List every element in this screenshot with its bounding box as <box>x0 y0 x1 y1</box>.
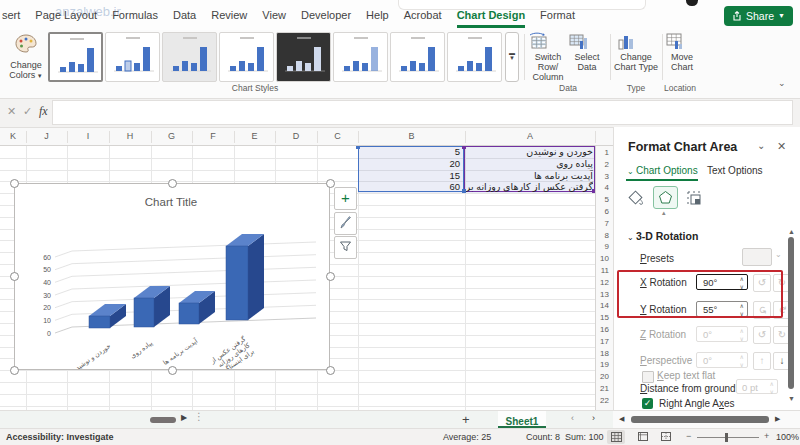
fx-icon[interactable]: fx <box>39 104 48 119</box>
chart-style-thumbnail-5[interactable] <box>276 32 331 82</box>
pane-scrollbar-down-icon[interactable]: ▼ <box>788 395 795 402</box>
gallery-more-button[interactable]: ▬▼ <box>505 32 519 82</box>
keep-text-flat-checkbox[interactable] <box>642 371 654 383</box>
row-header-11[interactable]: 11 <box>595 266 609 275</box>
chart-style-thumbnail-2[interactable] <box>105 32 160 82</box>
row-header-19[interactable]: 19 <box>595 360 609 369</box>
chart-resize-handle[interactable] <box>10 272 19 281</box>
chart-filters-button[interactable] <box>334 236 357 259</box>
collapse-ribbon-icon[interactable]: ⌄ <box>778 78 786 88</box>
cell-A2[interactable]: پیاده روی <box>466 158 593 170</box>
ribbon-tab-chart-design[interactable]: Chart Design <box>457 9 525 28</box>
sheet-tab-active[interactable]: Sheet1 <box>498 411 546 428</box>
pane-options-chevron-icon[interactable]: ⌄ <box>757 140 765 151</box>
chart-style-thumbnail-1[interactable] <box>48 32 103 82</box>
column-header-H[interactable]: H <box>109 131 152 143</box>
row-header-4[interactable]: 4 <box>595 183 609 192</box>
row-header-12[interactable]: 12 <box>595 278 609 287</box>
column-header-G[interactable]: G <box>151 131 193 143</box>
select-data-button[interactable]: SelectData <box>568 32 606 72</box>
ribbon-tab-data[interactable]: Data <box>173 9 196 28</box>
chart-resize-handle[interactable] <box>326 179 335 188</box>
cell-B4[interactable]: 60 <box>380 181 460 193</box>
chart-style-thumbnail-3[interactable] <box>162 32 217 82</box>
page-layout-view-button[interactable] <box>637 431 649 442</box>
row-header-3[interactable]: 3 <box>595 172 609 181</box>
section-3d-rotation[interactable]: ⌄ 3-D Rotation <box>627 230 698 242</box>
cell-B2[interactable]: 20 <box>380 158 460 170</box>
zoom-in-icon[interactable]: + <box>764 431 769 441</box>
row-header-8[interactable]: 8 <box>595 231 609 240</box>
zoom-out-icon[interactable]: − <box>686 431 691 441</box>
page-break-view-button[interactable] <box>660 431 672 442</box>
row-header-9[interactable]: 9 <box>595 242 609 251</box>
chart-resize-handle[interactable] <box>10 179 19 188</box>
row-header-10[interactable]: 10 <box>595 254 609 263</box>
column-header-F[interactable]: F <box>192 131 235 143</box>
tabbar-scroll-right-icon[interactable]: ▶ <box>181 413 187 422</box>
chart-resize-handle[interactable] <box>168 366 177 375</box>
chart-style-thumbnail-6[interactable] <box>333 32 388 82</box>
chart-resize-handle[interactable] <box>168 179 177 188</box>
chart-style-thumbnail-4[interactable] <box>219 32 274 82</box>
ribbon-tab-format[interactable]: Format <box>540 9 575 28</box>
row-header-17[interactable]: 17 <box>595 337 609 346</box>
enter-icon[interactable]: ✓ <box>23 105 32 118</box>
chart-resize-handle[interactable] <box>326 272 335 281</box>
row-header-16[interactable]: 16 <box>595 325 609 334</box>
cell-A4[interactable]: گرفتن عکس از کارهای روزانه برای اینستاگر… <box>466 181 593 193</box>
rotate-left-button-z[interactable]: ↺ <box>753 326 771 344</box>
cell-A1[interactable]: خوردن و نوشیدن <box>466 146 593 158</box>
pane-hscroll-right-icon[interactable]: ▶ <box>775 415 780 423</box>
row-header-21[interactable]: 21 <box>595 384 609 393</box>
pane-hscroll-thumb[interactable] <box>631 416 769 423</box>
share-button[interactable]: Share ▼ <box>724 6 793 26</box>
row-header-2[interactable]: 2 <box>595 160 609 169</box>
ribbon-tab-page-layout[interactable]: Page Layout <box>35 9 97 28</box>
cell-B1[interactable]: 5 <box>380 146 460 158</box>
row-header-14[interactable]: 14 <box>595 301 609 310</box>
effects-icon-selected[interactable] <box>653 186 678 209</box>
column-header-K[interactable]: K <box>0 131 27 143</box>
row-header-1[interactable]: 1 <box>595 148 609 157</box>
cancel-icon[interactable]: ✕ <box>7 105 16 118</box>
size-properties-icon[interactable] <box>685 189 703 207</box>
column-header-A[interactable]: A <box>465 131 596 143</box>
ribbon-tab-sert[interactable]: sert <box>2 9 20 28</box>
column-header-I[interactable]: I <box>67 131 110 143</box>
row-header-7[interactable]: 7 <box>595 219 609 228</box>
row-header-6[interactable]: 6 <box>595 207 609 216</box>
switch-row-column-button[interactable]: Switch Row/Column <box>528 32 568 82</box>
ribbon-tab-help[interactable]: Help <box>366 9 389 28</box>
ribbon-tab-formulas[interactable]: Formulas <box>112 9 158 28</box>
tabbar-scroll-thumb[interactable] <box>150 417 176 423</box>
presets-dropdown[interactable] <box>742 248 772 266</box>
chart-elements-button[interactable]: + <box>334 187 357 210</box>
input-z-rotation[interactable]: 0°∧∨ <box>696 326 748 342</box>
row-header-22[interactable]: 22 <box>595 396 609 405</box>
pane-hscroll-left-icon[interactable]: ◀ <box>619 415 624 423</box>
row-header-13[interactable]: 13 <box>595 290 609 299</box>
sheet-next-icon[interactable]: › <box>592 413 595 423</box>
row-header-20[interactable]: 20 <box>595 372 609 381</box>
pane-scrollbar-up-icon[interactable]: ▲ <box>788 228 795 235</box>
cell-B3[interactable]: 15 <box>380 170 460 182</box>
zoom-level[interactable]: 100% <box>776 432 799 442</box>
right-angle-axes-checkbox[interactable]: ✓ <box>642 398 653 409</box>
sheet-prev-icon[interactable]: ‹ <box>571 413 574 423</box>
chart-resize-handle[interactable] <box>326 366 335 375</box>
column-header-J[interactable]: J <box>26 131 68 143</box>
column-headers[interactable]: KJIHGFEDCBA <box>0 128 613 146</box>
chart-style-thumbnail-8[interactable] <box>447 32 502 82</box>
column-header-E[interactable]: E <box>234 131 276 143</box>
change-colors-button[interactable]: Change Colors ▼ <box>4 32 48 82</box>
pane-scrollbar-thumb[interactable] <box>788 237 794 389</box>
range-corner-handle[interactable] <box>356 146 360 149</box>
accessibility-status[interactable]: Accessibility: Investigate <box>6 432 114 442</box>
ribbon-tab-developer[interactable]: Developer <box>301 9 351 28</box>
ribbon-tab-view[interactable]: View <box>262 9 286 28</box>
zoom-slider-thumb[interactable] <box>725 433 728 442</box>
chart-styles-button[interactable] <box>334 212 357 235</box>
move-chart-button[interactable]: MoveChart <box>664 32 700 72</box>
pane-close-icon[interactable]: ✕ <box>777 140 786 153</box>
